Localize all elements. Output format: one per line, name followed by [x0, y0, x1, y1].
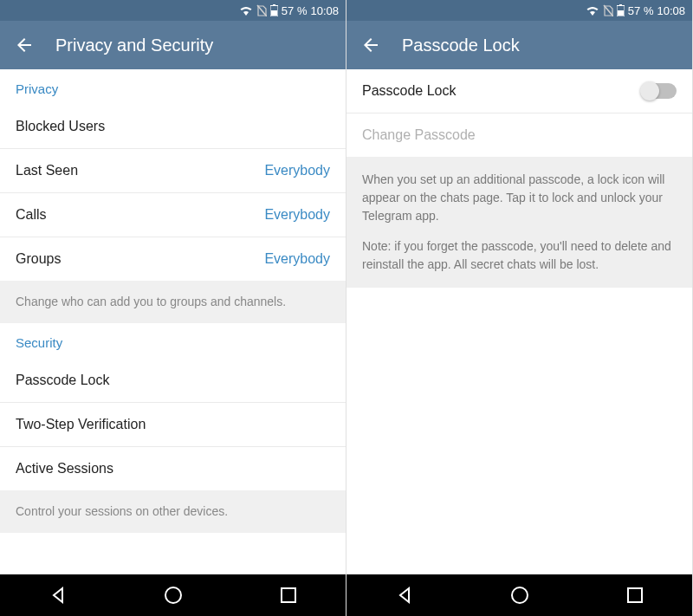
two-step-row[interactable]: Two-Step Verification	[0, 403, 346, 447]
passcode-lock-label: Passcode Lock	[16, 373, 110, 388]
status-bar: 57 % 10:08	[346, 0, 692, 21]
back-icon[interactable]	[360, 35, 381, 55]
passcode-lock-toggle-label: Passcode Lock	[362, 83, 457, 99]
content-area: Passcode Lock Change Passcode When you s…	[346, 69, 692, 574]
nav-back-icon[interactable]	[394, 585, 415, 606]
svg-rect-5	[282, 588, 295, 602]
phone-left: 57 % 10:08 Privacy and Security Privacy …	[0, 0, 346, 616]
svg-point-4	[165, 587, 181, 603]
groups-label: Groups	[16, 251, 61, 267]
app-bar: Passcode Lock	[346, 21, 692, 69]
calls-row[interactable]: Calls Everybody	[0, 193, 346, 237]
passcode-lock-toggle-row[interactable]: Passcode Lock	[346, 69, 692, 113]
svg-rect-11	[628, 588, 642, 602]
active-sessions-label: Active Sessions	[16, 461, 113, 477]
change-passcode-label: Change Passcode	[362, 127, 476, 143]
back-icon[interactable]	[14, 35, 35, 55]
svg-rect-2	[273, 4, 275, 6]
battery-icon	[270, 4, 278, 16]
passcode-info: When you set up an additional passcode, …	[346, 157, 692, 288]
active-sessions-row[interactable]: Active Sessions	[0, 447, 346, 490]
battery-icon	[617, 4, 625, 16]
page-title: Passcode Lock	[402, 36, 520, 55]
calls-label: Calls	[16, 207, 47, 223]
page-title: Privacy and Security	[55, 36, 213, 55]
passcode-info-p1: When you set up an additional passcode, …	[362, 171, 677, 225]
svg-line-6	[604, 5, 613, 16]
svg-point-10	[512, 587, 528, 603]
battery-text: 57 %	[282, 4, 308, 17]
svg-rect-8	[619, 4, 622, 6]
groups-footer: Change who can add you to groups and cha…	[0, 281, 346, 323]
nav-back-icon[interactable]	[48, 585, 68, 606]
nav-bar	[346, 574, 692, 616]
passcode-info-p2: Note: if you forget the passcode, you'll…	[362, 237, 677, 274]
security-header: Security	[0, 323, 346, 359]
clock-text: 10:08	[310, 4, 339, 17]
last-seen-label: Last Seen	[16, 163, 78, 178]
nav-recent-icon[interactable]	[279, 586, 298, 605]
no-sim-icon	[256, 4, 267, 16]
blocked-users-label: Blocked Users	[16, 119, 105, 134]
groups-value: Everybody	[264, 251, 330, 267]
wifi-icon	[586, 5, 599, 16]
svg-line-0	[257, 5, 267, 16]
status-bar: 57 % 10:08	[0, 0, 346, 21]
app-bar: Privacy and Security	[0, 21, 346, 69]
sessions-footer: Control your sessions on other devices.	[0, 490, 346, 533]
last-seen-row[interactable]: Last Seen Everybody	[0, 149, 346, 193]
svg-rect-9	[618, 10, 624, 16]
groups-row[interactable]: Groups Everybody	[0, 237, 346, 281]
nav-home-icon[interactable]	[509, 585, 530, 606]
clock-text: 10:08	[657, 4, 685, 17]
content-area: Privacy Blocked Users Last Seen Everybod…	[0, 69, 346, 574]
phone-right: 57 % 10:08 Passcode Lock Passcode Lock C…	[346, 0, 693, 616]
no-sim-icon	[603, 4, 613, 16]
passcode-lock-row[interactable]: Passcode Lock	[0, 359, 346, 403]
wifi-icon	[239, 5, 253, 16]
passcode-toggle[interactable]	[642, 83, 677, 99]
privacy-header: Privacy	[0, 69, 346, 105]
two-step-label: Two-Step Verification	[16, 417, 146, 432]
battery-text: 57 %	[628, 4, 654, 17]
nav-bar	[0, 574, 346, 616]
nav-home-icon[interactable]	[163, 585, 184, 606]
nav-recent-icon[interactable]	[625, 586, 644, 605]
change-passcode-row: Change Passcode	[346, 113, 692, 157]
blocked-users-row[interactable]: Blocked Users	[0, 105, 346, 149]
last-seen-value: Everybody	[264, 163, 330, 178]
calls-value: Everybody	[264, 207, 330, 223]
svg-rect-3	[271, 10, 277, 16]
